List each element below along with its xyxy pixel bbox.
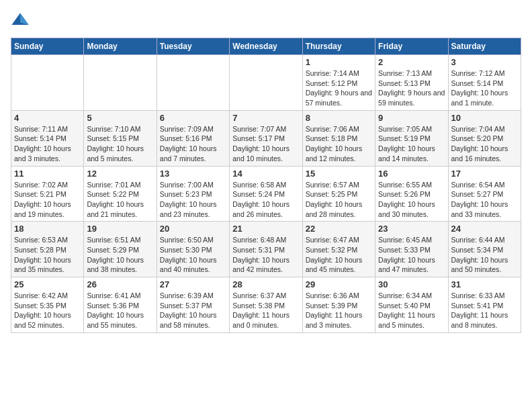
calendar-cell: 25Sunrise: 6:42 AM Sunset: 5:35 PM Dayli… xyxy=(11,277,84,333)
weekday-header: Saturday xyxy=(448,38,521,55)
calendar-cell: 1Sunrise: 7:14 AM Sunset: 5:12 PM Daylig… xyxy=(302,55,375,111)
day-info: Sunrise: 7:00 AM Sunset: 5:23 PM Dayligh… xyxy=(160,180,226,220)
day-number: 10 xyxy=(451,113,518,123)
day-number: 24 xyxy=(451,224,518,234)
day-number: 19 xyxy=(87,224,153,234)
calendar-cell xyxy=(11,55,84,111)
day-number: 16 xyxy=(378,169,445,179)
day-number: 15 xyxy=(306,169,372,179)
calendar-cell: 20Sunrise: 6:50 AM Sunset: 5:30 PM Dayli… xyxy=(157,222,229,277)
day-number: 12 xyxy=(87,169,153,179)
day-info: Sunrise: 6:37 AM Sunset: 5:38 PM Dayligh… xyxy=(232,291,299,330)
calendar-cell: 7Sunrise: 7:07 AM Sunset: 5:17 PM Daylig… xyxy=(230,110,302,166)
day-info: Sunrise: 7:13 AM Sunset: 5:13 PM Dayligh… xyxy=(378,68,445,108)
calendar-cell: 2Sunrise: 7:13 AM Sunset: 5:13 PM Daylig… xyxy=(375,55,448,111)
calendar-cell: 30Sunrise: 6:34 AM Sunset: 5:40 PM Dayli… xyxy=(375,277,448,333)
day-number: 1 xyxy=(306,57,372,67)
day-info: Sunrise: 7:10 AM Sunset: 5:15 PM Dayligh… xyxy=(87,124,153,164)
weekday-header-row: SundayMondayTuesdayWednesdayThursdayFrid… xyxy=(11,38,521,55)
day-info: Sunrise: 7:01 AM Sunset: 5:22 PM Dayligh… xyxy=(87,180,153,220)
calendar-cell: 23Sunrise: 6:45 AM Sunset: 5:33 PM Dayli… xyxy=(375,222,448,277)
calendar-cell xyxy=(84,55,157,111)
calendar-week-row: 25Sunrise: 6:42 AM Sunset: 5:35 PM Dayli… xyxy=(11,277,521,333)
day-info: Sunrise: 6:50 AM Sunset: 5:30 PM Dayligh… xyxy=(160,235,226,275)
calendar-cell: 3Sunrise: 7:12 AM Sunset: 5:14 PM Daylig… xyxy=(448,55,521,111)
calendar-cell: 19Sunrise: 6:51 AM Sunset: 5:29 PM Dayli… xyxy=(84,222,157,277)
day-number: 6 xyxy=(160,113,226,123)
day-number: 14 xyxy=(232,169,299,179)
day-number: 25 xyxy=(14,279,81,289)
day-number: 22 xyxy=(306,224,372,234)
day-number: 11 xyxy=(14,169,81,179)
calendar-cell xyxy=(230,55,302,111)
day-info: Sunrise: 6:58 AM Sunset: 5:24 PM Dayligh… xyxy=(232,180,299,220)
calendar-week-row: 18Sunrise: 6:53 AM Sunset: 5:28 PM Dayli… xyxy=(11,222,521,277)
day-info: Sunrise: 6:48 AM Sunset: 5:31 PM Dayligh… xyxy=(232,235,299,275)
day-info: Sunrise: 7:12 AM Sunset: 5:14 PM Dayligh… xyxy=(451,68,518,108)
day-number: 18 xyxy=(14,224,81,234)
day-number: 2 xyxy=(378,57,445,67)
calendar-cell: 13Sunrise: 7:00 AM Sunset: 5:23 PM Dayli… xyxy=(157,166,229,222)
calendar-cell xyxy=(157,55,229,111)
calendar-cell: 28Sunrise: 6:37 AM Sunset: 5:38 PM Dayli… xyxy=(230,277,302,333)
calendar-cell: 21Sunrise: 6:48 AM Sunset: 5:31 PM Dayli… xyxy=(230,222,302,277)
day-number: 21 xyxy=(232,224,299,234)
calendar-cell: 12Sunrise: 7:01 AM Sunset: 5:22 PM Dayli… xyxy=(84,166,157,222)
day-info: Sunrise: 7:11 AM Sunset: 5:14 PM Dayligh… xyxy=(14,124,81,164)
day-number: 7 xyxy=(232,113,299,123)
logo xyxy=(11,11,32,30)
day-info: Sunrise: 6:53 AM Sunset: 5:28 PM Dayligh… xyxy=(14,235,81,275)
day-info: Sunrise: 7:09 AM Sunset: 5:16 PM Dayligh… xyxy=(160,124,226,164)
day-info: Sunrise: 7:05 AM Sunset: 5:19 PM Dayligh… xyxy=(378,124,445,164)
calendar-cell: 26Sunrise: 6:41 AM Sunset: 5:36 PM Dayli… xyxy=(84,277,157,333)
calendar-cell: 14Sunrise: 6:58 AM Sunset: 5:24 PM Dayli… xyxy=(230,166,302,222)
day-number: 17 xyxy=(451,169,518,179)
calendar-cell: 24Sunrise: 6:44 AM Sunset: 5:34 PM Dayli… xyxy=(448,222,521,277)
day-info: Sunrise: 6:44 AM Sunset: 5:34 PM Dayligh… xyxy=(451,235,518,275)
day-info: Sunrise: 6:45 AM Sunset: 5:33 PM Dayligh… xyxy=(378,235,445,275)
weekday-header: Wednesday xyxy=(230,38,302,55)
day-number: 9 xyxy=(378,113,445,123)
weekday-header: Thursday xyxy=(302,38,375,55)
day-number: 3 xyxy=(451,57,518,67)
calendar-cell: 10Sunrise: 7:04 AM Sunset: 5:20 PM Dayli… xyxy=(448,110,521,166)
day-info: Sunrise: 6:34 AM Sunset: 5:40 PM Dayligh… xyxy=(378,291,445,330)
calendar-table: SundayMondayTuesdayWednesdayThursdayFrid… xyxy=(11,38,521,333)
calendar-cell: 15Sunrise: 6:57 AM Sunset: 5:25 PM Dayli… xyxy=(302,166,375,222)
calendar-cell: 29Sunrise: 6:36 AM Sunset: 5:39 PM Dayli… xyxy=(302,277,375,333)
day-info: Sunrise: 6:39 AM Sunset: 5:37 PM Dayligh… xyxy=(160,291,226,330)
day-info: Sunrise: 7:06 AM Sunset: 5:18 PM Dayligh… xyxy=(306,124,372,164)
weekday-header: Monday xyxy=(84,38,157,55)
day-info: Sunrise: 6:51 AM Sunset: 5:29 PM Dayligh… xyxy=(87,235,153,275)
day-number: 31 xyxy=(451,279,518,289)
day-info: Sunrise: 7:14 AM Sunset: 5:12 PM Dayligh… xyxy=(306,68,372,108)
calendar-cell: 17Sunrise: 6:54 AM Sunset: 5:27 PM Dayli… xyxy=(448,166,521,222)
day-number: 28 xyxy=(232,279,299,289)
weekday-header: Friday xyxy=(375,38,448,55)
calendar-week-row: 1Sunrise: 7:14 AM Sunset: 5:12 PM Daylig… xyxy=(11,55,521,111)
day-number: 8 xyxy=(306,113,372,123)
day-info: Sunrise: 6:36 AM Sunset: 5:39 PM Dayligh… xyxy=(306,291,372,330)
calendar-cell: 16Sunrise: 6:55 AM Sunset: 5:26 PM Dayli… xyxy=(375,166,448,222)
calendar-cell: 8Sunrise: 7:06 AM Sunset: 5:18 PM Daylig… xyxy=(302,110,375,166)
calendar-cell: 5Sunrise: 7:10 AM Sunset: 5:15 PM Daylig… xyxy=(84,110,157,166)
day-info: Sunrise: 7:04 AM Sunset: 5:20 PM Dayligh… xyxy=(451,124,518,164)
calendar-cell: 18Sunrise: 6:53 AM Sunset: 5:28 PM Dayli… xyxy=(11,222,84,277)
day-number: 20 xyxy=(160,224,226,234)
calendar-week-row: 4Sunrise: 7:11 AM Sunset: 5:14 PM Daylig… xyxy=(11,110,521,166)
day-info: Sunrise: 6:55 AM Sunset: 5:26 PM Dayligh… xyxy=(378,180,445,220)
day-number: 30 xyxy=(378,279,445,289)
calendar-cell: 11Sunrise: 7:02 AM Sunset: 5:21 PM Dayli… xyxy=(11,166,84,222)
day-number: 29 xyxy=(306,279,372,289)
day-info: Sunrise: 6:42 AM Sunset: 5:35 PM Dayligh… xyxy=(14,291,81,330)
day-number: 4 xyxy=(14,113,81,123)
day-info: Sunrise: 6:41 AM Sunset: 5:36 PM Dayligh… xyxy=(87,291,153,330)
day-number: 23 xyxy=(378,224,445,234)
calendar-cell: 22Sunrise: 6:47 AM Sunset: 5:32 PM Dayli… xyxy=(302,222,375,277)
day-info: Sunrise: 6:33 AM Sunset: 5:41 PM Dayligh… xyxy=(451,291,518,330)
day-number: 26 xyxy=(87,279,153,289)
calendar-cell: 6Sunrise: 7:09 AM Sunset: 5:16 PM Daylig… xyxy=(157,110,229,166)
calendar-week-row: 11Sunrise: 7:02 AM Sunset: 5:21 PM Dayli… xyxy=(11,166,521,222)
day-number: 27 xyxy=(160,279,226,289)
day-info: Sunrise: 6:47 AM Sunset: 5:32 PM Dayligh… xyxy=(306,235,372,275)
